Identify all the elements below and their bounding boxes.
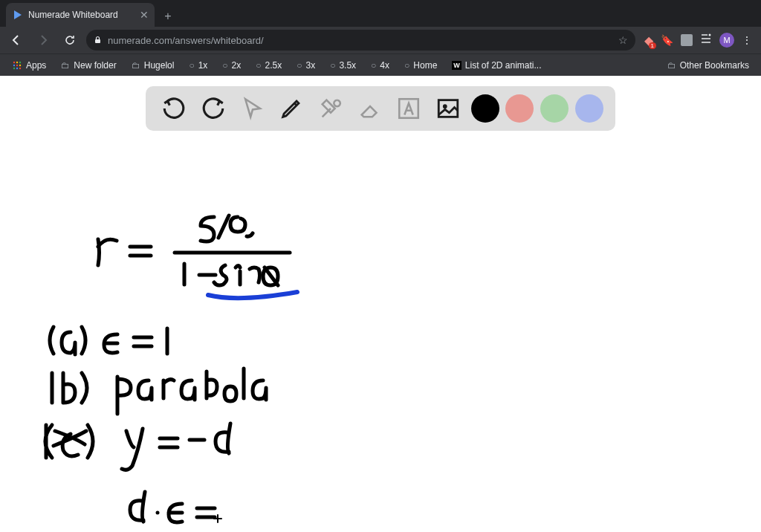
- globe-icon: ○: [371, 60, 376, 71]
- menu-icon[interactable]: ⋮: [742, 34, 752, 46]
- eraser-tool[interactable]: [354, 92, 386, 125]
- folder-icon: 🗀: [132, 60, 140, 71]
- extension-square-icon[interactable]: [681, 34, 693, 46]
- redo-icon: [201, 96, 226, 121]
- tab-title: Numerade Whiteboard: [28, 10, 135, 20]
- bookmark-folder[interactable]: 🗀New folder: [55, 57, 122, 74]
- text-tool[interactable]: [392, 92, 425, 125]
- pencil-tool[interactable]: [275, 92, 308, 125]
- image-tool[interactable]: [432, 92, 464, 125]
- bookmark-link[interactable]: ○1x: [183, 57, 213, 74]
- extension-tag-icon[interactable]: 🔖: [661, 34, 673, 46]
- star-icon[interactable]: ☆: [618, 34, 628, 46]
- wiki-icon: W: [452, 61, 462, 70]
- apps-grid-icon: [12, 60, 22, 71]
- svg-point-10: [19, 67, 21, 68]
- browser-tab[interactable]: Numerade Whiteboard ✕: [6, 3, 155, 27]
- bookmark-link[interactable]: ○3.5x: [324, 57, 362, 74]
- svg-point-8: [13, 67, 15, 68]
- close-icon[interactable]: ✕: [140, 9, 149, 21]
- extension-badge-icon[interactable]: ◆1: [644, 33, 653, 48]
- bookmark-link[interactable]: WList of 2D animati...: [446, 57, 547, 74]
- new-tab-button[interactable]: +: [158, 6, 178, 27]
- globe-icon: ○: [404, 60, 409, 71]
- nav-right-icons: ◆1 🔖 M ⋮: [641, 33, 755, 48]
- bookmark-link[interactable]: ○3x: [291, 57, 321, 74]
- back-button[interactable]: [6, 30, 27, 51]
- globe-icon: ○: [256, 60, 261, 71]
- color-green[interactable]: [540, 94, 569, 123]
- globe-icon: ○: [330, 60, 335, 71]
- whiteboard-toolbar: [146, 86, 615, 131]
- forward-button[interactable]: [33, 30, 54, 51]
- handwritten-strokes: [30, 143, 342, 532]
- svg-point-9: [16, 67, 18, 68]
- color-red[interactable]: [505, 94, 534, 123]
- redo-button[interactable]: [197, 92, 230, 125]
- apps-shortcut[interactable]: Apps: [6, 57, 52, 74]
- bookmark-link[interactable]: ○2x: [216, 57, 247, 74]
- globe-icon: ○: [222, 60, 227, 71]
- reload-button[interactable]: [59, 30, 80, 51]
- svg-point-6: [16, 64, 18, 65]
- tab-favicon-icon: [12, 9, 24, 21]
- color-blue[interactable]: [575, 94, 603, 123]
- pencil-icon: [279, 96, 304, 121]
- tools-tool[interactable]: [314, 92, 347, 125]
- undo-button[interactable]: [158, 92, 190, 125]
- url-bar[interactable]: numerade.com/answers/whiteboard/ ☆: [86, 30, 635, 51]
- tools-icon: [318, 96, 343, 121]
- globe-icon: ○: [189, 60, 194, 71]
- browser-tab-bar: Numerade Whiteboard ✕ +: [0, 0, 761, 27]
- globe-icon: ○: [297, 60, 302, 71]
- svg-point-4: [19, 61, 21, 62]
- svg-point-7: [19, 64, 21, 65]
- browser-nav-bar: numerade.com/answers/whiteboard/ ☆ ◆1 🔖 …: [0, 27, 761, 53]
- bookmark-link[interactable]: ○Home: [398, 57, 443, 74]
- color-black[interactable]: [471, 94, 499, 123]
- reading-list-icon[interactable]: [700, 33, 712, 48]
- bookmark-bar: Apps 🗀New folder 🗀Hugelol ○1x ○2x ○2.5x …: [0, 53, 761, 76]
- eraser-icon: [357, 96, 383, 121]
- other-bookmarks[interactable]: 🗀Other Bookmarks: [661, 57, 755, 74]
- svg-point-13: [443, 104, 447, 108]
- svg-rect-0: [95, 39, 100, 43]
- whiteboard-canvas[interactable]: [0, 76, 761, 532]
- image-icon: [435, 96, 461, 121]
- svg-point-5: [13, 64, 15, 65]
- svg-point-2: [13, 61, 15, 62]
- cursor-icon: [240, 96, 265, 121]
- bookmark-link[interactable]: ○4x: [365, 57, 395, 74]
- lock-icon: [94, 36, 102, 45]
- profile-avatar[interactable]: M: [719, 33, 734, 48]
- svg-point-1: [709, 34, 711, 36]
- bookmark-folder[interactable]: 🗀Hugelol: [126, 57, 181, 74]
- folder-icon: 🗀: [667, 60, 676, 71]
- url-text: numerade.com/answers/whiteboard/: [108, 35, 612, 46]
- folder-icon: 🗀: [61, 60, 70, 71]
- undo-icon: [161, 96, 187, 121]
- svg-point-14: [156, 511, 160, 515]
- svg-point-3: [16, 61, 18, 62]
- text-icon: [396, 96, 421, 121]
- select-tool[interactable]: [236, 92, 269, 125]
- bookmark-link[interactable]: ○2.5x: [250, 57, 288, 74]
